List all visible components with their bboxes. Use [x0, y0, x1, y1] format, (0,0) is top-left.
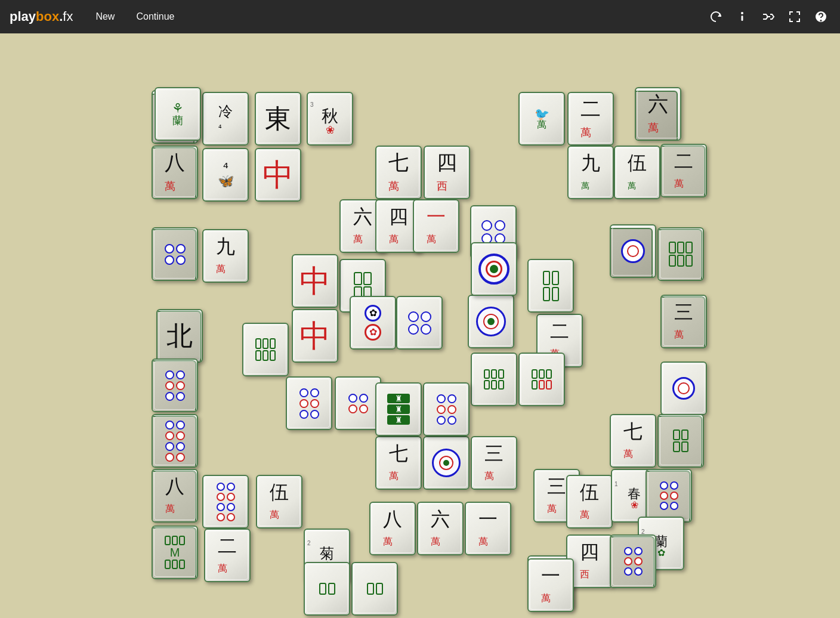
tile[interactable]: 伍萬: [256, 475, 302, 529]
tile[interactable]: [657, 414, 704, 468]
tile[interactable]: [646, 469, 692, 523]
tile[interactable]: M: [152, 526, 198, 579]
tile[interactable]: 二萬: [567, 92, 614, 146]
tile[interactable]: 九萬: [567, 146, 614, 199]
tile[interactable]: [527, 259, 574, 313]
tile[interactable]: [242, 323, 289, 376]
header-icons: [706, 7, 830, 26]
tile[interactable]: 中: [292, 309, 338, 363]
tile[interactable]: 七萬: [375, 436, 422, 490]
tile[interactable]: 冷⁴: [202, 92, 249, 146]
tile[interactable]: 七萬: [375, 146, 422, 199]
mahjong-board: 🀄 ⚘蘭 冷⁴ 東 3 秋 ❀ 🐦萬 二萬 六: [77, 51, 763, 600]
tile[interactable]: 九萬: [202, 229, 249, 283]
refresh-icon[interactable]: [706, 7, 725, 26]
tile[interactable]: 北: [156, 309, 203, 363]
tile[interactable]: [202, 475, 249, 529]
tile[interactable]: ⁴🦋: [202, 148, 249, 202]
logo: playbox.fx: [10, 9, 73, 24]
tile[interactable]: [657, 227, 704, 281]
tile[interactable]: 一萬: [413, 199, 459, 253]
tile[interactable]: 四西: [424, 146, 470, 199]
tile[interactable]: 六萬: [417, 502, 464, 555]
tile[interactable]: [423, 436, 470, 490]
info-icon[interactable]: [733, 7, 752, 26]
tile[interactable]: [610, 224, 656, 278]
tile[interactable]: 二萬: [204, 529, 251, 582]
tile[interactable]: 一萬: [527, 558, 574, 612]
logo-play: play: [10, 9, 36, 24]
tile[interactable]: ✿ ✿: [350, 296, 396, 350]
continue-button[interactable]: Continue: [131, 9, 179, 24]
tile[interactable]: 3 秋 ❀: [307, 92, 353, 146]
logo-fx: fx: [63, 9, 73, 24]
tile[interactable]: 伍萬: [614, 146, 660, 199]
tile[interactable]: [304, 562, 350, 616]
tile[interactable]: 中: [292, 254, 338, 308]
tile[interactable]: [152, 359, 198, 412]
tile[interactable]: [610, 534, 656, 588]
shuffle-icon[interactable]: [759, 7, 778, 26]
svg-point-0: [741, 12, 743, 14]
tile[interactable]: [471, 353, 517, 406]
new-button[interactable]: New: [91, 9, 119, 24]
tile[interactable]: [423, 382, 470, 436]
tile[interactable]: [660, 361, 707, 415]
tile[interactable]: 八萬: [152, 469, 198, 523]
tile[interactable]: [471, 242, 517, 296]
tile[interactable]: 八萬: [369, 502, 416, 555]
header: playbox.fx New Continue: [0, 0, 840, 33]
fullscreen-icon[interactable]: [785, 7, 804, 26]
tile[interactable]: [335, 376, 381, 430]
help-icon[interactable]: [811, 7, 830, 26]
tile[interactable]: ⚘蘭: [155, 87, 201, 141]
svg-rect-1: [742, 16, 743, 21]
tile[interactable]: [518, 353, 565, 406]
tile[interactable]: [286, 376, 332, 430]
tile[interactable]: 三萬: [660, 295, 707, 348]
tile[interactable]: [396, 296, 443, 350]
tile[interactable]: 一萬: [465, 502, 511, 555]
tile[interactable]: 🐦萬: [518, 92, 565, 146]
tile[interactable]: [152, 414, 198, 468]
tile[interactable]: 二萬: [660, 144, 707, 197]
tile[interactable]: 東: [255, 92, 301, 146]
tile[interactable]: 八萬: [152, 146, 198, 199]
logo-box: box: [36, 9, 59, 24]
tile[interactable]: 伍萬: [566, 475, 613, 529]
tile[interactable]: 六萬: [635, 87, 681, 141]
tile[interactable]: ♜ ♜ ♜: [375, 382, 422, 436]
tile[interactable]: [152, 227, 198, 281]
tile[interactable]: 三萬: [471, 436, 517, 490]
tile[interactable]: 七萬: [610, 414, 656, 468]
tile[interactable]: 中: [255, 148, 301, 202]
tile[interactable]: [351, 562, 398, 616]
tile[interactable]: [468, 295, 514, 348]
game-area: 🀄 ⚘蘭 冷⁴ 東 3 秋 ❀ 🐦萬 二萬 六: [0, 33, 840, 618]
